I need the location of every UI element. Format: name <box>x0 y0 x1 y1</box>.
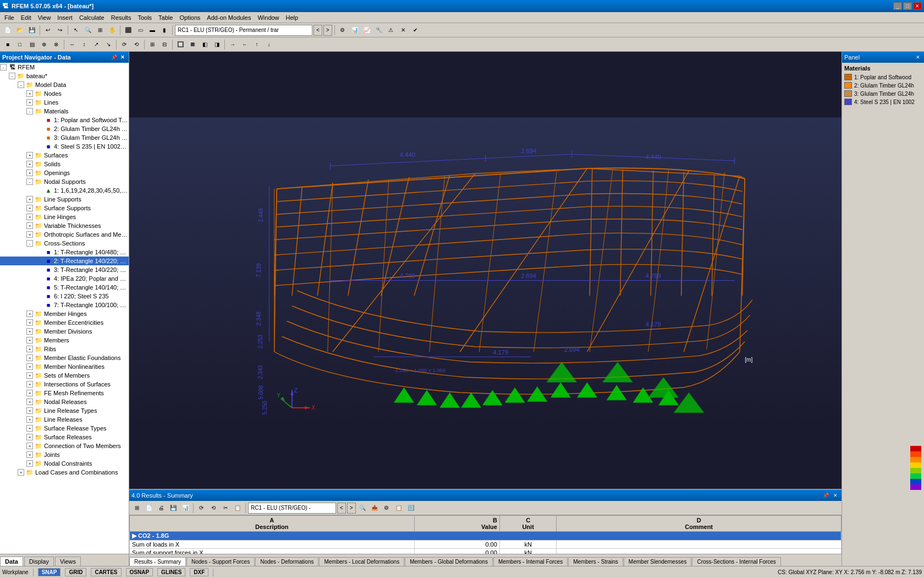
tb-r6[interactable]: ✕ <box>398 25 409 36</box>
tb2-5[interactable]: ⊗ <box>51 39 62 50</box>
tab-cross-sections[interactable]: Cross-Sections - Internal Forces <box>692 557 780 566</box>
tree-item-cs3[interactable]: ■3: T-Rectangle 140/220; Glula <box>0 265 129 274</box>
tree-expander[interactable]: + <box>26 231 33 238</box>
tb-zoomall[interactable]: ⊞ <box>95 25 106 36</box>
tab-member-slender[interactable]: Member Slendernesses <box>624 557 692 566</box>
tree-item-cs2[interactable]: ■2: T-Rectangle 140/220; Poplar <box>0 257 129 265</box>
rt-calc[interactable]: 🔢 <box>405 503 416 514</box>
tb2-9[interactable]: ↘ <box>103 39 114 50</box>
tb-redo[interactable]: ↪ <box>54 25 65 36</box>
tree-item-ortho[interactable]: +📁Orthotropic Surfaces and Membra <box>0 230 129 239</box>
menu-view[interactable]: View <box>35 13 54 22</box>
tb2-10[interactable]: ⟳ <box>119 39 130 50</box>
tree-item-nodal-supports[interactable]: -📁Nodal Supports <box>0 177 129 186</box>
tb-save[interactable]: 💾 <box>26 25 37 36</box>
tree-expander[interactable]: + <box>26 372 33 379</box>
results-close-btn[interactable]: ✕ <box>832 492 839 499</box>
tree-item-surface-release-types[interactable]: +📁Surface Release Types <box>0 424 129 433</box>
results-pin-btn[interactable]: 📌 <box>822 492 829 499</box>
tree-expander[interactable]: + <box>26 443 33 449</box>
tb-viewyz[interactable]: ▮ <box>159 25 170 36</box>
rt-6[interactable]: ⟳ <box>196 503 207 514</box>
tb-view3d[interactable]: ⬛ <box>123 25 134 36</box>
tree-item-lines[interactable]: +📁Lines <box>0 98 129 107</box>
tree-item-cs1[interactable]: ■1: T-Rectangle 140/480; Glula <box>0 248 129 257</box>
tb2-18[interactable]: → <box>227 39 238 50</box>
tree-expander[interactable]: + <box>26 205 33 211</box>
rt-filter[interactable]: 🔍 <box>357 503 368 514</box>
tree-item-solids[interactable]: +📁Solids <box>0 160 129 168</box>
grid-button[interactable]: GRID <box>65 568 86 576</box>
table-row[interactable]: ▶ CO2 - 1.8G <box>130 532 842 541</box>
rt-options[interactable]: ⚙ <box>381 503 392 514</box>
tree-expander[interactable]: + <box>26 310 33 317</box>
tree-item-cs4[interactable]: ■4: IPEa 220; Poplar and Softwo <box>0 274 129 283</box>
tree-item-intersections[interactable]: +📁Intersections of Surfaces <box>0 380 129 389</box>
cartes-button[interactable]: CARTES <box>91 568 121 576</box>
tree-item-mat3[interactable]: ■3: Glulam Timber GL24h | EN 1 <box>0 133 129 142</box>
tree-item-mat1[interactable]: ■1: Poplar and Softwood Timbe <box>0 116 129 124</box>
tree-expander[interactable]: + <box>26 99 33 106</box>
tree-expander[interactable]: + <box>26 407 33 414</box>
dxf-button[interactable]: DXF <box>190 568 208 576</box>
close-button[interactable]: ✕ <box>913 2 922 10</box>
tree-item-surfaces[interactable]: +📁Surfaces <box>0 151 129 160</box>
menu-options[interactable]: Options <box>176 13 204 22</box>
tb2-11[interactable]: ⟲ <box>131 39 142 50</box>
tree-item-variable-thick[interactable]: +📁Variable Thicknesses <box>0 221 129 230</box>
tab-nodes-support[interactable]: Nodes - Support Forces <box>186 557 255 566</box>
tree-item-surface-releases[interactable]: +📁Surface Releases <box>0 433 129 441</box>
rt-5[interactable]: 📊 <box>180 503 191 514</box>
tree-expander[interactable]: + <box>26 416 33 423</box>
rt-4[interactable]: 💾 <box>168 503 179 514</box>
tree-expander[interactable]: - <box>0 64 7 70</box>
results-combo[interactable] <box>248 503 336 514</box>
tb-new[interactable]: 📄 <box>2 25 13 36</box>
tb-undo[interactable]: ↩ <box>42 25 53 36</box>
tree-expander[interactable]: + <box>26 90 33 97</box>
tree-expander[interactable]: + <box>26 161 33 167</box>
tree-expander[interactable]: - <box>26 178 33 185</box>
tree-item-member-ecc[interactable]: +📁Member Eccentricities <box>0 318 129 327</box>
tb-viewxz[interactable]: ▬ <box>147 25 158 36</box>
restore-button[interactable]: □ <box>903 2 912 10</box>
tb2-20[interactable]: ↑ <box>251 39 262 50</box>
tree-expander[interactable]: + <box>26 196 33 203</box>
tree-item-fe-mesh[interactable]: +📁FE Mesh Refinements <box>0 389 129 397</box>
menu-calculate[interactable]: Calculate <box>76 13 108 22</box>
tree-expander[interactable]: + <box>26 319 33 326</box>
tree-item-line-supports[interactable]: +📁Line Supports <box>0 195 129 204</box>
tree-item-member-hinges[interactable]: +📁Member Hinges <box>0 309 129 318</box>
results-nav-prev[interactable]: < <box>337 503 346 514</box>
tree-item-bateau[interactable]: -📁bateau* <box>0 72 129 80</box>
tree-expander[interactable]: + <box>26 363 33 370</box>
tree-item-nodal-releases[interactable]: +📁Nodal Releases <box>0 397 129 406</box>
tree-item-ns1[interactable]: ▲1: 1,6,19,24,28,30,45,50,67,68,72 <box>0 186 129 195</box>
tb-viewxy[interactable]: ▭ <box>135 25 146 36</box>
tb2-13[interactable]: ⊟ <box>159 39 170 50</box>
tree-expander[interactable]: + <box>26 328 33 335</box>
rt-export[interactable]: 📤 <box>369 503 380 514</box>
tb-select[interactable]: ↖ <box>70 25 81 36</box>
menu-insert[interactable]: Insert <box>54 13 76 22</box>
tree-item-mat2[interactable]: ■2: Glulam Timber GL24h | EN 1 <box>0 124 129 133</box>
tree-item-cross-sections[interactable]: -📁Cross-Sections <box>0 239 129 248</box>
tree-item-rfem[interactable]: -🏗RFEM <box>0 63 129 72</box>
menu-window[interactable]: Window <box>254 13 282 22</box>
tree-item-connection-two[interactable]: +📁Connection of Two Members <box>0 441 129 450</box>
tree-expander[interactable]: + <box>26 222 33 229</box>
tree-expander[interactable]: + <box>26 346 33 352</box>
tb2-17[interactable]: ◨ <box>211 39 222 50</box>
panel-close-button[interactable]: ✕ <box>119 53 127 61</box>
tree-expander[interactable]: + <box>26 399 33 405</box>
tree-item-joints[interactable]: +📁Joints <box>0 450 129 459</box>
tab-results-summary[interactable]: Results - Summary <box>129 557 186 566</box>
title-bar-controls[interactable]: _ □ ✕ <box>893 2 922 10</box>
3d-view[interactable]: 4.440 2.694 4.440 4.769 2.694 4.769 4.17… <box>129 52 842 489</box>
tb2-7[interactable]: ↕ <box>79 39 90 50</box>
menu-table[interactable]: Table <box>155 13 176 22</box>
tree-expander[interactable]: + <box>26 337 33 343</box>
tree-expander[interactable]: - <box>18 81 24 88</box>
tb2-19[interactable]: ← <box>239 39 250 50</box>
osnap-button[interactable]: OSNAP <box>126 568 153 576</box>
